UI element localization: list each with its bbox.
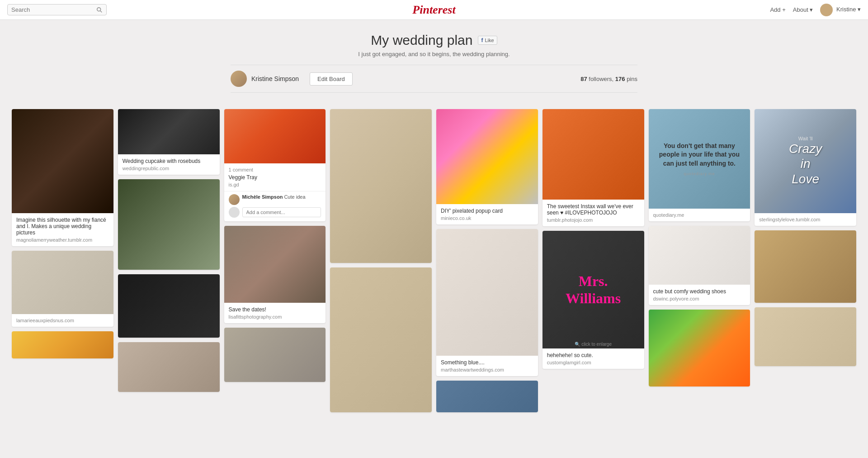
pin-card[interactable] xyxy=(12,331,113,358)
column-col1: Imagine this silhouette with my fiancé a… xyxy=(12,109,113,358)
search-box[interactable] xyxy=(7,4,107,15)
pin-card[interactable]: Something blue.... marthastewartweddings… xyxy=(436,229,538,376)
about-button[interactable]: About ▾ xyxy=(793,6,813,13)
column-col5: DIY' pixelated popup card minieco.co.uk … xyxy=(436,109,538,412)
pin-info: Save the dates! lisafittsphotography.com xyxy=(224,303,326,323)
pin-image xyxy=(436,381,538,412)
add-button[interactable]: Add + xyxy=(770,6,785,13)
pin-source: is.gd xyxy=(229,182,321,187)
pin-card[interactable] xyxy=(755,230,856,303)
comment-body: Cute idea xyxy=(284,194,305,200)
column-col8: Wait 'll CrazyinLove sterlingstylelove.t… xyxy=(755,109,856,366)
pin-info: sterlingstylelove.tumblr.com xyxy=(755,213,856,226)
pin-image xyxy=(330,267,432,412)
pin-card[interactable] xyxy=(118,179,220,270)
pin-card[interactable]: 1 comment Veggie Tray is.gd Michèle Simp… xyxy=(224,109,326,221)
pin-source: magnoliamerryweather.tumblr.com xyxy=(16,237,109,243)
pin-info: DIY' pixelated popup card minieco.co.uk xyxy=(436,204,538,224)
quote-text: You don't get that many people in your l… xyxy=(656,142,743,168)
pin-card[interactable] xyxy=(436,381,538,412)
pin-image xyxy=(649,310,750,386)
user-menu-button[interactable]: Kristine ▾ xyxy=(820,4,861,16)
board-stats: 87 followers, 176 pins xyxy=(580,76,637,82)
pin-card[interactable] xyxy=(755,307,856,366)
board-header: My wedding plan f Like I just got engage… xyxy=(0,20,868,100)
pin-source: customglamgirl.com xyxy=(547,360,640,365)
app-logo[interactable]: Pinterest xyxy=(412,3,455,17)
pin-info: Something blue.... marthastewartweddings… xyxy=(436,356,538,376)
pins-grid: Imagine this silhouette with my fiancé a… xyxy=(5,100,863,421)
pin-title: hehehehe! so cute. xyxy=(547,352,640,358)
pin-card[interactable]: Wait 'll CrazyinLove sterlingstylelove.t… xyxy=(755,109,856,226)
board-owner: Kristine Simpson xyxy=(231,71,299,87)
user-chevron-icon: ▾ xyxy=(858,6,861,13)
pin-card[interactable] xyxy=(649,310,750,386)
pin-info: lamarieeauxpiedsnus.com xyxy=(12,314,113,327)
click-enlarge-label: 🔍 click to enlarge xyxy=(575,342,612,347)
pin-info: The sweetest Instax wall we've ever seen… xyxy=(542,200,644,226)
pin-image xyxy=(755,307,856,366)
search-icon xyxy=(96,7,103,13)
pin-card[interactable]: The sweetest Instax wall we've ever seen… xyxy=(542,109,644,226)
owner-name[interactable]: Kristine Simpson xyxy=(251,75,299,82)
commenter-avatar xyxy=(229,194,240,205)
pin-card[interactable]: lamarieeauxpiedsnus.com xyxy=(12,251,113,327)
pin-card[interactable]: Save the dates! lisafittsphotography.com xyxy=(224,226,326,323)
mrs-williams-text: Mrs.Williams xyxy=(566,272,621,307)
pin-card[interactable]: cute but comfy wedding shoes dswinc.poly… xyxy=(649,226,750,305)
pin-image xyxy=(118,274,220,338)
pin-source: minieco.co.uk xyxy=(441,215,533,221)
pin-card[interactable]: Imagine this silhouette with my fiancé a… xyxy=(12,109,113,246)
pin-info: Imagine this silhouette with my fiancé a… xyxy=(12,213,113,246)
pins-count: 176 xyxy=(615,76,625,82)
pin-image xyxy=(12,331,113,358)
pin-card[interactable] xyxy=(330,267,432,412)
fb-like-button[interactable]: f Like xyxy=(478,36,497,45)
pin-title: Something blue.... xyxy=(441,359,533,366)
pin-card[interactable]: DIY' pixelated popup card minieco.co.uk xyxy=(436,109,538,224)
board-meta: Kristine Simpson Edit Board 87 followers… xyxy=(231,65,637,93)
mrs-williams-overlay: Mrs.Williams xyxy=(542,231,644,348)
pin-source: lisafittsphotography.com xyxy=(229,314,321,320)
header-left xyxy=(7,4,107,15)
pin-image xyxy=(118,342,220,392)
add-comment-input[interactable] xyxy=(242,207,321,217)
pin-info: Wedding cupcake with rosebuds weddingrep… xyxy=(118,154,220,175)
followers-count: 87 xyxy=(580,76,587,82)
pin-title: cute but comfy wedding shoes xyxy=(653,288,746,295)
pin-comment-count: 1 comment xyxy=(229,167,321,172)
pin-image xyxy=(436,109,538,204)
crazy-love-text: CrazyinLove xyxy=(789,141,822,187)
pin-card[interactable] xyxy=(224,328,326,382)
pin-image xyxy=(12,109,113,213)
pin-card[interactable] xyxy=(118,342,220,392)
search-input[interactable] xyxy=(11,6,96,13)
pin-image: You don't get that many people in your l… xyxy=(649,109,750,209)
pin-card[interactable] xyxy=(118,274,220,338)
column-col4 xyxy=(330,109,432,412)
pin-card[interactable] xyxy=(330,109,432,263)
pin-image xyxy=(436,229,538,356)
pin-title: DIY' pixelated popup card xyxy=(441,208,533,214)
board-title: My wedding plan f Like xyxy=(371,33,497,48)
column-col6: The sweetest Instax wall we've ever seen… xyxy=(542,109,644,369)
quote-source: quotediary.me xyxy=(684,172,715,176)
svg-point-0 xyxy=(97,7,101,11)
owner-avatar xyxy=(231,71,247,87)
pin-title: Imagine this silhouette with my fiancé a… xyxy=(16,217,109,236)
quote-overlay: You don't get that many people in your l… xyxy=(649,109,750,209)
board-description: I just got engaged, and so it begins, th… xyxy=(7,51,861,57)
pin-info: 1 comment Veggie Tray is.gd xyxy=(224,163,326,191)
edit-board-button[interactable]: Edit Board xyxy=(310,72,353,86)
fb-icon: f xyxy=(481,37,483,43)
crazy-small-text: Wait 'll xyxy=(798,136,813,141)
pin-card[interactable]: You don't get that many people in your l… xyxy=(649,109,750,221)
pin-card[interactable]: Wedding cupcake with rosebuds weddingrep… xyxy=(118,109,220,175)
pin-image xyxy=(649,226,750,285)
current-user-avatar xyxy=(229,207,240,218)
pin-source: weddingrepublic.com xyxy=(123,166,215,171)
pin-image xyxy=(330,109,432,263)
pin-card[interactable]: Mrs.Williams 🔍 click to enlarge hehehehe… xyxy=(542,231,644,369)
pin-source: tumblr.photojojo.com xyxy=(547,217,640,223)
comment-row: Michèle Simpson Cute idea xyxy=(229,194,321,205)
